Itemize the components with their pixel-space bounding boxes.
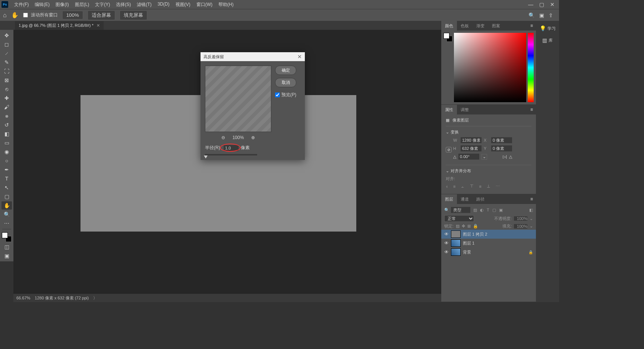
link-wh-icon[interactable]: ⊘: [446, 147, 452, 153]
close-button[interactable]: ✕: [550, 1, 555, 7]
filter-smart-icon[interactable]: ▣: [499, 208, 503, 213]
panel-menu-icon[interactable]: ≡: [527, 23, 536, 28]
transform-section-toggle[interactable]: ⌄ 变换: [446, 129, 531, 135]
lasso-tool[interactable]: ⟋: [1, 49, 12, 57]
menu-item[interactable]: 图像(I): [53, 1, 72, 8]
lock-all-icon[interactable]: 🔒: [473, 224, 478, 229]
layer-item[interactable]: 👁图层 1: [441, 239, 536, 248]
align-vcenter-icon[interactable]: ≡: [479, 184, 481, 189]
layer-name[interactable]: 图层 1 拷贝 2: [463, 232, 487, 237]
history-brush-tool[interactable]: ↺: [1, 121, 12, 129]
document-tab[interactable]: 1.jpg @ 66.7% (图层 1 拷贝 2, RGB/8#) * ✕: [15, 21, 104, 30]
menu-item[interactable]: 选择(S): [113, 1, 134, 8]
learn-button[interactable]: 💡 学习: [537, 24, 558, 33]
search-icon[interactable]: 🔍: [528, 12, 535, 18]
lock-artboard-icon[interactable]: ⊞: [467, 224, 471, 229]
zoom-tool[interactable]: 🔍: [1, 210, 12, 218]
menu-item[interactable]: 文字(Y): [92, 1, 113, 8]
maximize-button[interactable]: ▢: [539, 1, 544, 7]
panel-tab[interactable]: 路径: [473, 194, 488, 204]
share-icon[interactable]: ⇪: [549, 12, 553, 18]
frame-tool[interactable]: ⊠: [1, 76, 12, 84]
fill-dropdown-icon[interactable]: ⌄: [530, 224, 533, 229]
opacity-input[interactable]: [514, 216, 527, 221]
library-button[interactable]: ▥ 库: [540, 36, 555, 45]
visibility-toggle-icon[interactable]: 👁: [444, 240, 449, 246]
visibility-toggle-icon[interactable]: 👁: [444, 249, 449, 255]
layer-item[interactable]: 👁图层 1 拷贝 2: [441, 230, 536, 239]
stamp-tool[interactable]: ⎈: [1, 112, 12, 120]
color-field[interactable]: [454, 33, 526, 102]
layer-filter-select[interactable]: [451, 207, 470, 213]
panel-tab[interactable]: 渐变: [473, 21, 488, 31]
shape-tool[interactable]: ▢: [1, 192, 12, 201]
layer-name[interactable]: 图层 1: [463, 240, 474, 246]
align-section-toggle[interactable]: ⌄ 对齐并分布: [446, 168, 531, 174]
panel-tab[interactable]: 图案: [488, 21, 504, 31]
panel-tab[interactable]: 通道: [457, 194, 473, 204]
align-bottom-icon[interactable]: ⊥: [487, 184, 490, 189]
zoom-out-icon[interactable]: ⊖: [221, 135, 225, 140]
filter-shape-icon[interactable]: ▢: [492, 208, 496, 213]
slider-handle[interactable]: [204, 155, 208, 158]
align-left-icon[interactable]: ⫞: [446, 184, 448, 189]
blend-mode-select[interactable]: 正常: [444, 215, 474, 222]
dialog-close-icon[interactable]: ✕: [297, 54, 302, 60]
visibility-toggle-icon[interactable]: 👁: [444, 232, 449, 237]
flip-h-icon[interactable]: ▷|: [503, 154, 507, 159]
panel-menu-icon[interactable]: ≡: [527, 196, 536, 202]
menu-item[interactable]: 视图(V): [173, 1, 193, 8]
filter-toggle-icon[interactable]: ◧: [529, 208, 533, 213]
dialog-preview-image[interactable]: [205, 66, 271, 132]
layer-thumbnail[interactable]: [451, 248, 461, 256]
zoom-in-icon[interactable]: ⊕: [251, 135, 255, 140]
eraser-tool[interactable]: ◧: [1, 130, 12, 138]
quick-mask-tool[interactable]: ◫: [1, 243, 12, 251]
menu-item[interactable]: 滤镜(T): [134, 1, 154, 8]
minimize-button[interactable]: —: [528, 1, 533, 7]
dodge-tool[interactable]: ○: [1, 157, 12, 165]
scroll-all-windows-checkbox[interactable]: 滚动所有窗口: [23, 12, 58, 18]
panel-menu-icon[interactable]: ≡: [527, 107, 536, 112]
layer-name[interactable]: 背景: [463, 249, 471, 255]
menu-item[interactable]: 帮助(H): [215, 1, 237, 8]
angle-input[interactable]: [458, 154, 479, 160]
hand-tool[interactable]: ✋: [1, 201, 12, 210]
width-input[interactable]: [461, 137, 482, 143]
search-icon[interactable]: 🔍: [444, 208, 449, 213]
menu-item[interactable]: 3D(D): [155, 1, 173, 8]
pen-tool[interactable]: ✒: [1, 166, 12, 174]
panel-tab[interactable]: 色板: [457, 21, 473, 31]
panel-tab[interactable]: 属性: [441, 105, 457, 114]
panel-tab[interactable]: 调整: [457, 105, 473, 114]
actual-pixels-button[interactable]: 100%: [62, 11, 83, 19]
x-input[interactable]: [491, 137, 512, 143]
menu-item[interactable]: 文件(F): [11, 1, 32, 8]
blur-tool[interactable]: ◉: [1, 148, 12, 156]
status-zoom[interactable]: 66.67%: [16, 296, 30, 300]
screen-mode-tool[interactable]: ▣: [1, 252, 12, 260]
align-top-icon[interactable]: ⊤: [470, 184, 474, 189]
fgbg-swatch[interactable]: [443, 33, 452, 42]
layer-item[interactable]: 👁背景🔒: [441, 248, 536, 257]
menu-item[interactable]: 窗口(W): [193, 1, 215, 8]
fgbg-swatch[interactable]: [2, 232, 12, 242]
radius-slider[interactable]: [205, 154, 257, 155]
menu-item[interactable]: 编辑(E): [32, 1, 53, 8]
menu-item[interactable]: 图层(L): [72, 1, 92, 8]
more-tool[interactable]: ⋯: [1, 219, 12, 227]
filter-type-icon[interactable]: T: [487, 208, 489, 212]
opacity-dropdown-icon[interactable]: ⌄: [530, 216, 533, 221]
fill-input[interactable]: [514, 224, 527, 229]
preview-checkbox[interactable]: 预览(P): [275, 92, 296, 98]
quick-select-tool[interactable]: ✎: [1, 58, 12, 66]
panel-tab[interactable]: 颜色: [441, 21, 457, 31]
align-more-icon[interactable]: ⋯: [496, 184, 500, 189]
flip-v-icon[interactable]: △: [509, 154, 512, 159]
crop-tool[interactable]: ⛶: [1, 67, 12, 75]
status-dims[interactable]: 1280 像素 x 632 像素 (72 ppi): [35, 295, 89, 301]
foreground-swatch[interactable]: [2, 232, 8, 238]
healing-tool[interactable]: ✚: [1, 94, 12, 102]
marquee-tool[interactable]: ◻: [1, 40, 12, 48]
path-select-tool[interactable]: ↖: [1, 183, 12, 192]
